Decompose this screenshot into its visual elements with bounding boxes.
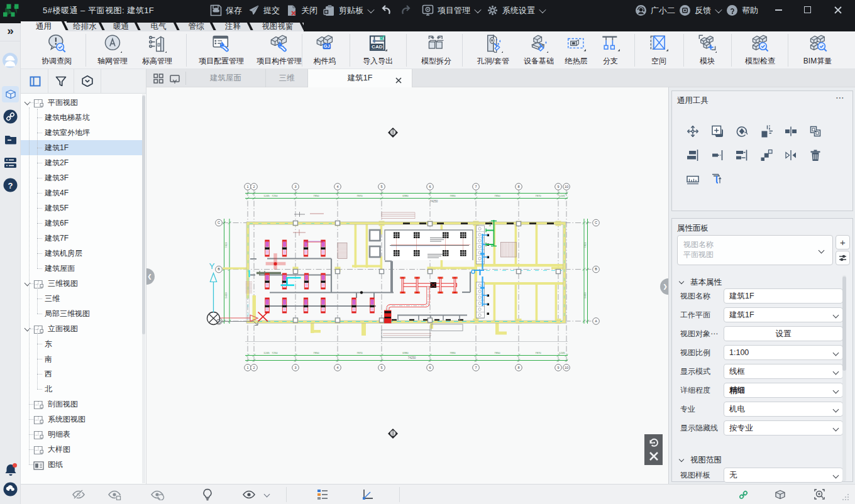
svg-text:9: 9 xyxy=(557,185,559,189)
svg-text:9400: 9400 xyxy=(583,292,587,299)
svg-text:6: 6 xyxy=(429,366,431,370)
svg-text:Y: Y xyxy=(209,261,215,271)
svg-text:C: C xyxy=(595,221,597,224)
svg-text:7850: 7850 xyxy=(313,194,319,197)
svg-text:6980: 6980 xyxy=(402,351,409,354)
svg-text:7021: 7021 xyxy=(583,242,587,248)
svg-text:9: 9 xyxy=(557,366,559,370)
svg-text:7: 7 xyxy=(475,366,477,370)
svg-text:7870: 7870 xyxy=(356,194,363,197)
svg-text:7850: 7850 xyxy=(494,194,500,197)
svg-text:3: 3 xyxy=(294,366,296,370)
svg-text:10: 10 xyxy=(565,185,568,189)
svg-text:7870: 7870 xyxy=(535,194,541,197)
svg-text:74250: 74250 xyxy=(430,200,438,203)
svg-text:GJ: GJ xyxy=(323,43,329,49)
svg-text:1245: 1245 xyxy=(263,351,270,354)
svg-text:7021: 7021 xyxy=(224,242,228,248)
svg-text:2: 2 xyxy=(253,185,255,189)
svg-text:A: A xyxy=(595,319,597,323)
svg-text:1: 1 xyxy=(246,185,248,189)
svg-text:B: B xyxy=(595,267,597,271)
svg-text:CAD: CAD xyxy=(372,44,383,50)
svg-text:B: B xyxy=(218,267,220,271)
svg-text:4: 4 xyxy=(336,185,338,189)
svg-text:5: 5 xyxy=(380,366,382,370)
svg-text:7890: 7890 xyxy=(450,351,456,354)
svg-text:?: ? xyxy=(8,181,13,190)
svg-text:8: 8 xyxy=(517,366,519,370)
svg-text:6: 6 xyxy=(429,185,431,189)
svg-text:9400: 9400 xyxy=(224,292,228,299)
svg-text:7250: 7250 xyxy=(272,351,278,354)
svg-text:3: 3 xyxy=(294,185,296,189)
svg-text:7890: 7890 xyxy=(450,194,456,197)
svg-text:4: 4 xyxy=(336,366,338,370)
svg-text:NL-1: NL-1 xyxy=(488,221,492,226)
svg-text:5: 5 xyxy=(380,185,382,189)
svg-text:7870: 7870 xyxy=(535,351,541,354)
svg-text:10: 10 xyxy=(565,366,568,370)
svg-text:6980: 6980 xyxy=(402,194,409,197)
svg-text:1: 1 xyxy=(246,366,248,370)
svg-text:7: 7 xyxy=(475,185,477,189)
svg-text:1245: 1245 xyxy=(559,351,565,354)
svg-text:74250: 74250 xyxy=(408,356,416,359)
svg-text:7850: 7850 xyxy=(494,351,500,354)
svg-text:2: 2 xyxy=(253,366,255,370)
svg-text:C: C xyxy=(218,221,220,224)
svg-text:1245: 1245 xyxy=(559,194,565,197)
svg-text:1245: 1245 xyxy=(263,194,270,197)
svg-text:8: 8 xyxy=(517,185,519,189)
svg-text:7870: 7870 xyxy=(356,351,363,354)
svg-text:7850: 7850 xyxy=(313,351,319,354)
svg-text:7250: 7250 xyxy=(272,194,278,197)
